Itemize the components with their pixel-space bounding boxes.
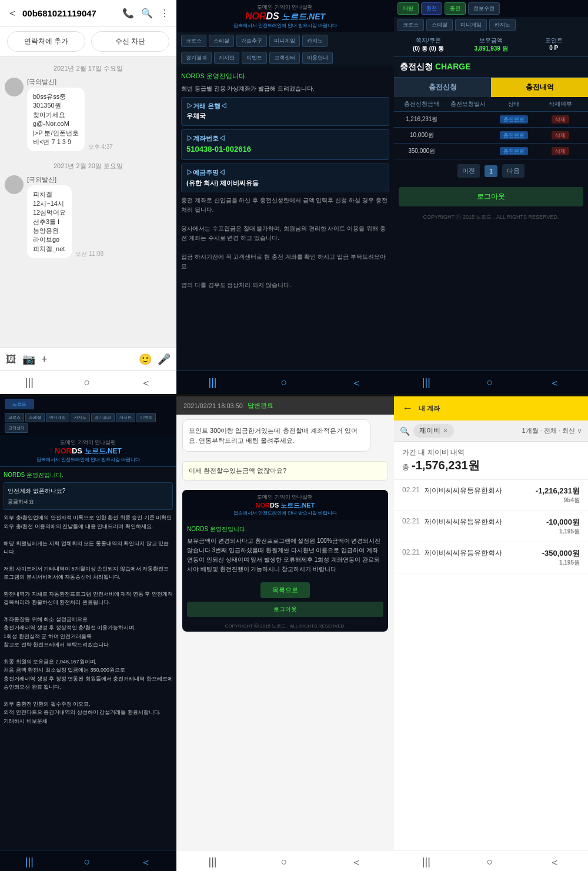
date-label-1: 2021년 2월 17일 수요일	[5, 59, 172, 78]
nav-btn-guide[interactable]: 이용안내	[302, 52, 333, 64]
nav-back-icon-2[interactable]: ＜	[351, 376, 362, 390]
nav-back-icon[interactable]: ＜	[141, 376, 151, 390]
charge-nav-info[interactable]: 정보수정	[468, 2, 500, 15]
nords-nav-bar-2: 경기결과 게시판 이벤트 고객센터 이용안내	[176, 49, 394, 66]
nav-btn-chest[interactable]: 가슴추구	[236, 35, 267, 47]
b-msg-nav-back[interactable]: ＜	[351, 855, 362, 869]
msg-nords-sub: 접속에서서 안전드래인에 안내 받으시길 바랍니다	[187, 510, 383, 516]
charge-nav-betting[interactable]: 배팅	[397, 2, 419, 15]
next-button[interactable]: 다음	[502, 164, 524, 178]
back-icon[interactable]: ＜	[7, 6, 18, 20]
delete-btn-1[interactable]: 삭제	[552, 115, 569, 124]
add-contact-button[interactable]: 연락처에 추가	[7, 31, 85, 52]
charge-pagination: 이전 1 다음	[394, 159, 588, 182]
b-bank-search-bar: 🔍 제이비 ✕ 1개월 · 전체 · 최신 ∨	[394, 421, 588, 442]
nav-btn-board[interactable]: 게시판	[214, 52, 239, 64]
nords-website-panel: 도메인 기억이 안나실땐 NORDS 노르드.NET 접속에서서 안전드래인에 …	[176, 0, 394, 394]
nav-btn-special[interactable]: 스페셜	[209, 35, 234, 47]
charge-table-header: 충전신청금액 충전요청일시 상태 삭제여부	[394, 97, 588, 112]
nav-home-icon-2[interactable]: ○	[281, 376, 288, 389]
tab-charge-apply[interactable]: 충전신청	[394, 78, 491, 97]
b-greeting: NORDS 운영진입니다.	[4, 470, 173, 480]
b-nav-special[interactable]: 스페셜	[25, 413, 45, 422]
nords-bank-title: ▷거래 은행◁	[186, 101, 384, 112]
charge-nav-row2: 크로스 스페셜 미니게임 카지노	[394, 17, 588, 33]
prev-button[interactable]: 이전	[457, 164, 480, 178]
bank-nav-back[interactable]: ＜	[549, 855, 560, 869]
nav-btn-customer[interactable]: 고객센터	[269, 52, 300, 64]
b-nav-board[interactable]: 게시판	[116, 413, 135, 422]
nav-menu-icon[interactable]: |||	[25, 376, 34, 389]
b-nav-menu-icon[interactable]: |||	[25, 856, 34, 868]
msg-nords-inner-header: 도메인 기억이 안나실땐 NORDS 노르드.NET 접속에서서 안전드래인에 …	[182, 490, 388, 520]
delete-btn-3[interactable]: 삭제	[552, 147, 569, 155]
b-nav-event[interactable]: 이벤트	[136, 413, 156, 422]
nords-account-section: ▷계좌번호◁ 510438-01-002616	[181, 129, 389, 160]
sms-number: 00b681021119047	[22, 8, 118, 18]
nav-btn-cross[interactable]: 크로스	[181, 35, 206, 47]
b-msg-nav-menu[interactable]: |||	[209, 856, 217, 868]
charge-section-header: 충전신청 CHARGE	[394, 57, 588, 78]
bank-nav-home[interactable]: ○	[487, 856, 493, 868]
more-icon[interactable]: ⋮	[160, 8, 169, 19]
charge-nav2-cross[interactable]: 크로스	[397, 19, 424, 31]
page-1-button[interactable]: 1	[485, 165, 497, 177]
emoji-icon[interactable]: 🙂	[139, 353, 152, 366]
msg-logout-button[interactable]: 로그아웃	[187, 602, 383, 617]
entry1-name: 제이비씨씨유등유한회사	[425, 486, 531, 496]
nav-back-icon-3[interactable]: ＜	[549, 376, 560, 390]
bank-filter[interactable]: 1개월 · 전체 · 최신 ∨	[522, 426, 582, 435]
b-nav-result[interactable]: 경기결과	[91, 413, 115, 422]
coupon-label: 쪽지/쿠폰	[400, 36, 457, 45]
bank-nav-menu[interactable]: |||	[422, 856, 430, 868]
charge-nav2-mini[interactable]: 미니게임	[455, 19, 487, 31]
b-nav-casino[interactable]: 카지노	[71, 413, 90, 422]
date-label-2: 2021년 2월 20일 토요일	[5, 157, 172, 175]
nav-menu-icon-2[interactable]: |||	[209, 376, 217, 389]
b-nav-home-icon[interactable]: ○	[84, 856, 91, 868]
block-button[interactable]: 수신 차단	[91, 31, 169, 52]
nav-home-icon-3[interactable]: ○	[487, 376, 493, 389]
b-nav-back-icon[interactable]: ＜	[141, 855, 151, 869]
sender-avatar	[5, 78, 24, 96]
delete-btn-2[interactable]: 삭제	[552, 131, 569, 139]
charge-nav-exchange[interactable]: 환전	[421, 2, 442, 15]
charge-nav-charge[interactable]: 충전	[445, 2, 466, 15]
row2-delete: 삭제	[537, 132, 584, 139]
msg-list-button[interactable]: 목록으로	[260, 582, 310, 598]
nords-bank-name: 우체국	[186, 111, 384, 122]
status-badge-3: 충전완료	[500, 147, 528, 155]
add-icon[interactable]: +	[41, 353, 48, 366]
b-nav-mini[interactable]: 미니게임	[46, 413, 69, 422]
phone-icon[interactable]: 📞	[122, 8, 134, 19]
b-chat-answer: 공금하세요	[8, 498, 169, 506]
nav-menu-icon-3[interactable]: |||	[422, 376, 430, 389]
b-msg-nav-home[interactable]: ○	[281, 856, 288, 868]
balance-label: 보유금액	[463, 36, 520, 45]
sms-actions: 연락처에 추가 수신 차단	[0, 26, 176, 57]
nav-btn-results[interactable]: 경기결과	[181, 52, 212, 64]
sms-input-bar: 🖼 📷 + 🙂 🎤	[0, 348, 176, 371]
sms-bubble-content-2: [국외발신] 피치겔12시~14시12심먹어요선추3틀 l농양용원라이브go피치…	[27, 175, 72, 258]
msg-date: 2021/02/21 18:03:50	[183, 402, 243, 409]
b-nav-cross[interactable]: 크로스	[5, 413, 24, 422]
b-msg-header: 2021/02/21 18:03:50 답변완료	[176, 396, 394, 415]
voice-icon[interactable]: 🎤	[158, 353, 171, 366]
charge-nav2-special[interactable]: 스페셜	[426, 19, 453, 31]
nav-btn-casino[interactable]: 카지노	[302, 35, 328, 47]
nav-btn-event[interactable]: 이벤트	[242, 52, 267, 64]
image-icon[interactable]: 🖼	[6, 353, 16, 366]
bank-search-tag[interactable]: 제이비 ✕	[413, 424, 454, 438]
tab-charge-history[interactable]: 충전내역	[491, 78, 588, 97]
nav-home-icon[interactable]: ○	[84, 376, 91, 389]
camera-icon[interactable]: 📷	[22, 353, 35, 366]
b-nav-customer[interactable]: 고객센터	[5, 423, 28, 433]
bank-back-icon[interactable]: ←	[402, 402, 413, 415]
bank-search-clear-icon[interactable]: ✕	[443, 427, 448, 435]
charge-nav2-casino[interactable]: 카지노	[489, 19, 516, 31]
nav-btn-mini[interactable]: 미니게임	[269, 35, 300, 47]
entry1-sub: 9b4원	[536, 496, 580, 505]
search-icon[interactable]: 🔍	[141, 8, 153, 19]
bank-search-icon: 🔍	[400, 426, 410, 436]
logout-button[interactable]: 로그아웃	[399, 187, 583, 206]
